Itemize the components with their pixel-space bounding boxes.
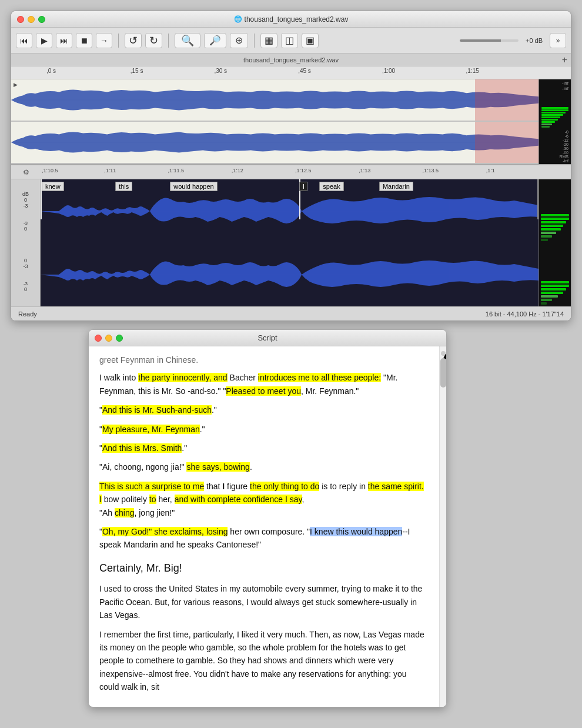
zoom-fit-button[interactable]: ⊕	[230, 33, 248, 48]
zoom-tick-5: ,1:12.5	[295, 168, 312, 173]
script-para-8: I used to cross the United States in my …	[99, 582, 427, 622]
text-only-thing: the only thing to do	[250, 482, 319, 491]
vu-inf-top: -inf	[540, 81, 570, 86]
vu-bar-8	[541, 123, 552, 125]
waveform-track-1[interactable]: ▶	[11, 79, 538, 122]
volume-slider[interactable]	[460, 39, 519, 42]
text-my-pleasure: My pleasure, Mr. Feynman	[102, 425, 200, 434]
vu-meter-overview: -inf -inf -0 -6 -12 -20 -30 -60 RMS -inf	[538, 79, 571, 164]
zoom-waveform-svg-2	[41, 243, 538, 306]
script-para-5: "Ai, choong, ngong jia!" she says, bowin…	[99, 460, 427, 473]
text-i-knew: I knew this would happen	[310, 527, 402, 536]
vu-zoom-bar-8	[541, 239, 548, 241]
vu-zoom2-bar-4	[541, 292, 563, 294]
script-maximize-button[interactable]	[116, 335, 123, 342]
zoom-tracks-row-2: 0 -3 -3 0	[11, 243, 571, 306]
vu-zoom-bar-1	[541, 214, 569, 216]
text-i-walk: I walk into	[99, 373, 138, 382]
close-button[interactable]	[17, 16, 24, 23]
label-row-1: knew this would happen I speak Mandarin	[41, 179, 538, 196]
vu-bar-4	[541, 114, 563, 116]
zoom-tick-7: ,1:13.5	[422, 168, 439, 173]
ruler-tick-0s: ,0 s	[46, 68, 56, 74]
text-party-innocently: the party innocently, and	[138, 373, 228, 382]
text-ai-choong: "Ai, choong, ngong jia!"	[99, 462, 186, 472]
vu-bar-9	[541, 126, 550, 128]
play-button[interactable]: ▶	[36, 33, 52, 48]
add-track-button[interactable]: +	[562, 55, 567, 65]
window-title: 🌐 thousand_tongues_marked2.wav	[234, 15, 349, 24]
label-this: this	[115, 182, 132, 191]
stop-button[interactable]: ⏹	[76, 33, 92, 48]
zoom-db-3b-2: -3	[24, 281, 28, 286]
ruler-content: ,0 s ,15 s ,30 s ,45 s ,1:00 ,1:15	[46, 66, 571, 79]
minimize-button[interactable]	[28, 16, 35, 23]
vu-zoom-bar-6	[541, 232, 556, 234]
vu-label-60: -60	[540, 151, 570, 155]
scrollbar-up-arrow[interactable]: ▲	[441, 351, 446, 356]
vu-bar-3	[541, 112, 566, 113]
grid2-button[interactable]: ◫	[281, 33, 298, 48]
section-heading-certainly: Certainly, Mr. Big!	[99, 560, 427, 577]
rewind-button[interactable]: ⏮	[16, 33, 32, 48]
waveform-track-2[interactable]	[11, 122, 538, 164]
script-para-6: This is such a surprise to me that I fig…	[99, 480, 427, 519]
script-minimize-button[interactable]	[105, 335, 112, 342]
ruler-tick-30s: ,30 s	[214, 68, 227, 74]
text-her-own: her own composure. "	[228, 527, 310, 536]
volume-db-label: +0 dB	[526, 37, 546, 44]
script-close-button[interactable]	[95, 335, 102, 342]
skip-forward-button[interactable]: ⏭	[56, 33, 72, 48]
grid1-button[interactable]: ▦	[260, 33, 277, 48]
text-period: .	[250, 462, 252, 472]
text-and-this-mr: And this is Mr. Such-and-such	[102, 405, 212, 415]
label-knew: knew	[42, 182, 64, 191]
zoom-out-button[interactable]: 🔎	[204, 33, 226, 48]
zoom-ruler-ticks: ,1:10.5 ,1:11 ,1:11.5 ,1:12 ,1:12.5 ,1:1…	[41, 165, 571, 179]
zoom-db-0-2: 0	[24, 258, 27, 263]
redo-button[interactable]: ↻	[145, 33, 162, 48]
vu-label-30: -30	[540, 146, 570, 151]
vu-zoom-bar-5	[541, 228, 561, 231]
zoom-tick-8: ,1:1	[486, 168, 495, 173]
zoom-tick-1: ,1:10.5	[42, 168, 58, 173]
waveform-svg-1: ▶	[11, 79, 538, 121]
maximize-button[interactable]	[38, 16, 45, 23]
script-window: Script greet Feynman in Chinese. I walk …	[88, 329, 447, 707]
script-text-area[interactable]: greet Feynman in Chinese. I walk into th…	[89, 346, 439, 707]
zoom-db-0-1: 0	[24, 197, 27, 203]
traffic-lights	[17, 16, 45, 23]
arrow-tool-button[interactable]: →	[96, 33, 112, 48]
vu-inf-top2: -inf	[540, 86, 570, 91]
zoom-in-button[interactable]: 🔍	[175, 33, 200, 48]
zoom-tick-2: ,1:11	[104, 168, 116, 173]
zoom-waveform-2[interactable]	[41, 243, 538, 306]
zoom-db-0b-1: 0	[24, 226, 27, 232]
zoom-gear-icon: ⚙	[11, 168, 41, 176]
zoom-tick-6: ,1:13	[359, 168, 370, 173]
text-pleased: Pleased to meet you	[226, 386, 301, 396]
script-para-2: "And this is Mr. Such-and-such."	[99, 403, 427, 416]
vu-zoom2-bar-7	[541, 302, 547, 305]
vu-zoom-bar-3	[541, 221, 566, 223]
script-title: Script	[257, 333, 277, 342]
grid3-button[interactable]: ▣	[302, 33, 319, 48]
zoom-db-label-top-1: dB	[22, 191, 29, 197]
expand-button[interactable]: »	[550, 33, 566, 48]
text-she-says: she says, bowing	[186, 462, 249, 472]
zoom-tick-3: ,1:11.5	[168, 168, 184, 173]
zoom-waveform-1[interactable]: knew this would happen I speak Mandarin	[41, 179, 538, 243]
label-cursor-i: I	[299, 182, 307, 191]
vu-label-6: -6	[540, 134, 570, 138]
vu-zoom-bar-4	[541, 225, 563, 227]
text-remember-first: I remember the first time, particularly,…	[99, 630, 424, 692]
vu-zoom2-bar-2	[541, 285, 569, 287]
script-body: greet Feynman in Chinese. I walk into th…	[89, 346, 446, 707]
text-oh-my-god: Oh, my God!" she exclaims, losing	[102, 527, 228, 536]
toolbar-separator-1	[118, 34, 119, 48]
undo-button[interactable]: ↺	[125, 33, 142, 48]
toolbar-separator-3	[254, 34, 255, 48]
script-scrollbar[interactable]: ▲	[439, 346, 446, 707]
scrollbar-thumb[interactable]	[440, 358, 446, 388]
text-quote1-end: ."	[212, 405, 217, 415]
